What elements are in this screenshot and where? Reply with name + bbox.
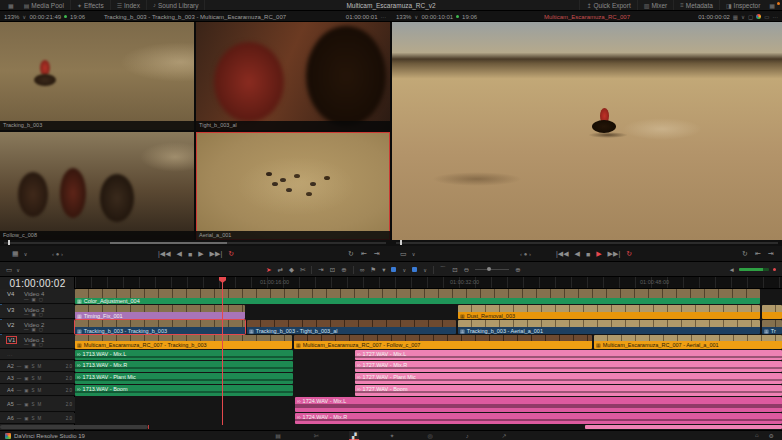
track-lock-icon[interactable]: ▣	[24, 364, 28, 369]
timeline-box-dropdown-icon[interactable]: ∨	[412, 251, 416, 257]
track-lock-icon[interactable]: ▣	[32, 312, 36, 317]
last-frame-button[interactable]: ▶▶|	[210, 250, 223, 258]
timeline-audio-clip[interactable]: ∞1713.WAV - Mix.L	[75, 350, 293, 360]
timeline-box-icon[interactable]: ▭	[400, 250, 407, 258]
source-zoom-level[interactable]: 133%	[4, 14, 19, 20]
multicam-angle-tracking[interactable]: Tracking_b_003	[0, 22, 194, 130]
track-lock-icon[interactable]: ▣	[32, 297, 36, 302]
loop-button[interactable]: ↻	[228, 250, 234, 258]
timeline-clip-v2[interactable]: ▦Tracking_b_003 - Aerial_a_001	[458, 320, 760, 334]
multicam-view-control[interactable]: ▦ ∨	[12, 246, 27, 262]
marker-color-dropdown-icon[interactable]: ∨	[423, 267, 427, 273]
project-settings-icon[interactable]: ⚙	[769, 432, 774, 439]
timeline-clip-v1[interactable]: ▦Multicam_Escaramuza_RC_007 - Follow_c_0…	[294, 335, 592, 349]
stop-button[interactable]: ■	[188, 251, 192, 258]
razor-tool[interactable]: ✄	[300, 266, 305, 274]
play-button[interactable]: ▶	[198, 250, 203, 258]
flag-color-swatch[interactable]	[391, 267, 396, 272]
solo-button[interactable]: S	[32, 388, 35, 393]
track-lock-icon[interactable]: ▣	[24, 416, 28, 421]
track-header-v3[interactable]: V3 Video 3 —▣▢	[0, 305, 75, 319]
inspector-button[interactable]: ◨Inspector	[719, 0, 766, 10]
track-enable-icon[interactable]: —	[17, 364, 22, 369]
source-zoom-dropdown-icon[interactable]: ∨	[22, 14, 26, 20]
viewer-more-icon[interactable]: ···	[773, 14, 779, 20]
zoom-slider[interactable]	[475, 269, 509, 270]
timeline-clip-v1[interactable]: ▦Multicam_Escaramuza_RC_007 - Tracking_b…	[75, 335, 292, 349]
playhead-line[interactable]	[222, 277, 223, 425]
track-enable-icon[interactable]: —	[17, 402, 22, 407]
track-header-a3[interactable]: A3 — ▣ S M 2.0	[0, 373, 75, 384]
timeline-view-options-icon[interactable]: ▭	[6, 266, 12, 274]
page-fusion-button[interactable]: ✦	[387, 431, 398, 440]
goto-in-button[interactable]: ⇤	[755, 250, 761, 258]
media-pool-button[interactable]: ▤Media Pool	[18, 0, 71, 10]
flag-color-dropdown-icon[interactable]: ∨	[402, 267, 406, 273]
track-autoselect-icon[interactable]: ▢	[39, 342, 43, 347]
replace-clip-button[interactable]: ⊕	[341, 266, 346, 274]
speaker-icon[interactable]: ◄	[729, 266, 735, 273]
link-clips-button[interactable]: ∞	[360, 266, 365, 273]
mute-button[interactable]: M	[38, 364, 42, 369]
track-enable-icon[interactable]: —	[24, 327, 29, 332]
timeline-viewer[interactable]	[392, 22, 782, 240]
timeline-audio-clip[interactable]: ∞1713.WAV - Boom	[75, 385, 293, 396]
track-autoselect-icon[interactable]: ▢	[39, 327, 43, 332]
multicam-angle-aerial[interactable]: Aerial_a_001	[196, 132, 390, 240]
stop-button[interactable]: ■	[586, 251, 590, 258]
track-lock-icon[interactable]: ▣	[24, 376, 28, 381]
metadata-button[interactable]: ≡Metadata	[673, 0, 719, 10]
timeline-clip-partial[interactable]: ▦Tr	[762, 320, 782, 334]
source-options-icon[interactable]: ···	[381, 14, 387, 20]
track-header-a1[interactable]: ···	[0, 350, 75, 360]
still-save-icon[interactable]: ▢	[748, 14, 753, 20]
mute-button[interactable]: M	[38, 416, 42, 421]
goto-out-button[interactable]: ⇥	[374, 250, 380, 258]
mute-button[interactable]: M	[38, 376, 42, 381]
timeline-scrubber-playhead[interactable]	[400, 240, 402, 245]
source-clip-title[interactable]: Tracking_b_003 - Tracking_b_003 - Multic…	[104, 14, 286, 20]
index-button[interactable]: ☰Index	[111, 0, 147, 10]
timeline-audio-clip[interactable]: ∞1727.WAV - Mix.L	[355, 350, 782, 360]
track-enable-icon[interactable]: —	[24, 312, 29, 317]
solo-button[interactable]: S	[32, 364, 35, 369]
step-back-button[interactable]: ◀	[575, 250, 580, 258]
page-fairlight-button[interactable]: ♪	[463, 431, 472, 440]
track-autoselect-icon[interactable]: ▢	[39, 297, 43, 302]
play-button[interactable]: ▶	[596, 250, 601, 258]
track-enable-icon[interactable]: —	[17, 376, 22, 381]
zoom-slider-handle[interactable]	[487, 267, 491, 271]
dual-viewer-icon[interactable]: ▭	[764, 14, 769, 20]
project-manager-icon[interactable]: ⌂	[755, 432, 759, 439]
loop-range-icon[interactable]: ↻	[742, 250, 748, 258]
timeline-audio-clip[interactable]: ∞1724.WAV - Mix.L	[295, 397, 782, 412]
track-lock-icon[interactable]: ▣	[32, 327, 36, 332]
source-scrubber-playhead[interactable]	[8, 240, 10, 245]
selection-mode-tool[interactable]: ➤	[266, 266, 271, 274]
track-enable-icon[interactable]: —	[24, 342, 29, 347]
timeline-audio-clip[interactable]: ∞1724.WAV - Mix.R	[295, 413, 782, 424]
page-color-button[interactable]: ◎	[425, 431, 436, 440]
track-header-v2[interactable]: V2 Video 2 —▣▢	[0, 320, 75, 334]
loop-button[interactable]: ↻	[626, 250, 632, 258]
solo-button[interactable]: S	[32, 402, 35, 407]
track-autoselect-icon[interactable]: ▢	[39, 312, 43, 317]
track-header-a6[interactable]: A6 — ▣ S M 2.0	[0, 413, 75, 424]
track-lock-icon[interactable]: ▣	[24, 402, 28, 407]
flag-button[interactable]: ⚑	[370, 266, 376, 274]
marker-dropdown-icon[interactable]: ▾	[382, 266, 385, 274]
timeline-clip-v3[interactable]: ▦Dust_Removal_003	[458, 305, 760, 319]
timeline-audio-clip[interactable]: ∞1727.WAV - Mix.R	[355, 361, 782, 372]
timeline-clip-v2-selected[interactable]: ▦Tracking_b_003 - Tracking_b_003	[75, 320, 245, 334]
track-enable-icon[interactable]: —	[24, 297, 29, 302]
goto-out-button[interactable]: ⇥	[768, 250, 774, 258]
track-header-a2[interactable]: A2 — ▣ S M 2.0	[0, 361, 75, 372]
timeline-view-dropdown-icon[interactable]: ∨	[16, 267, 20, 273]
multicam-grid-icon[interactable]: ▦	[12, 250, 19, 258]
mixer-button[interactable]: ▥Mixer	[637, 0, 674, 10]
track-lock-icon[interactable]: ▣	[32, 342, 36, 347]
timeline-scrubber[interactable]	[396, 242, 778, 244]
timeline-audio-clip-partial[interactable]	[585, 425, 782, 429]
quick-export-button[interactable]: ↥Quick Export	[579, 0, 636, 10]
last-frame-button[interactable]: ▶▶|	[608, 250, 621, 258]
